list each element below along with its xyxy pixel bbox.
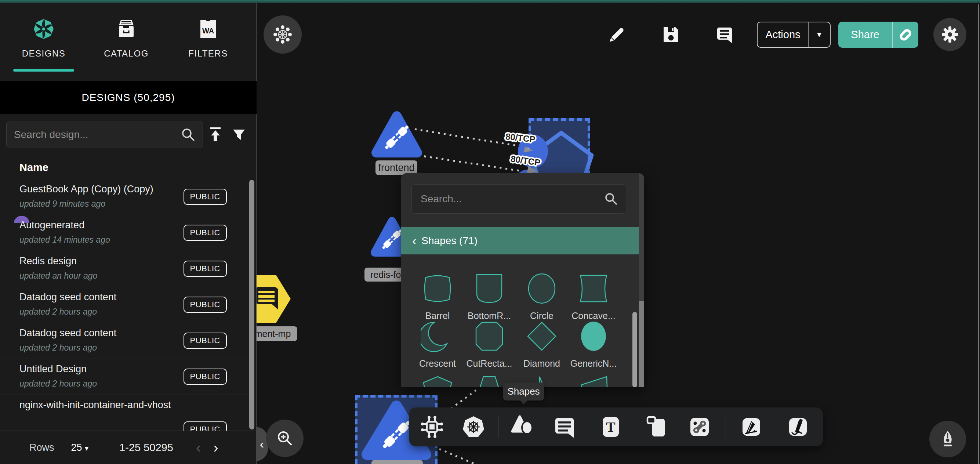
tab-catalog[interactable]: CATALOG — [89, 15, 163, 77]
shapes-category-header[interactable]: ‹ Shapes (71) — [401, 227, 639, 254]
select-caret-icon: ▾ — [85, 444, 89, 452]
design-search-input[interactable] — [6, 129, 181, 140]
meshery-logo-icon — [33, 15, 54, 43]
note-button[interactable] — [643, 413, 670, 440]
barrel-shape-icon — [421, 272, 454, 305]
design-row[interactable]: Redis design updated an hour ago PUBLIC — [0, 251, 248, 287]
freehand-draw-button[interactable] — [784, 413, 811, 440]
filter-designs-button[interactable] — [229, 125, 249, 145]
tab-designs[interactable]: DESIGNS — [7, 15, 80, 77]
share-label[interactable]: Share — [838, 29, 892, 41]
shape-tile-circle[interactable]: Circle — [518, 272, 566, 321]
shape-tile-diamond[interactable]: Diamond — [518, 319, 566, 369]
panel-scrollbar-thumb[interactable] — [639, 301, 644, 387]
actions-split-button[interactable]: Actions ▼ — [757, 22, 830, 48]
components-button[interactable] — [418, 413, 445, 440]
link-button[interactable] — [686, 413, 713, 440]
visibility-badge: PUBLIC — [183, 261, 227, 277]
design-row[interactable]: nginx-with-init-container-and-vhost PUBL… — [0, 395, 248, 431]
design-list: GuestBook App (Copy) (Copy) updated 9 mi… — [0, 179, 248, 431]
design-row[interactable]: Datadog seed content updated 2 hours ago… — [0, 323, 248, 359]
text-icon: T — [600, 416, 622, 438]
pen-mode-button[interactable] — [929, 421, 966, 458]
crescent-shape-icon — [421, 319, 454, 353]
shape-tile-partial[interactable] — [570, 375, 617, 387]
next-page-button[interactable]: › — [213, 440, 218, 455]
shapes-search-input[interactable] — [412, 193, 604, 205]
comments-button[interactable] — [714, 24, 735, 46]
parallelogram-shape-icon — [577, 375, 610, 387]
share-split-button[interactable]: Share — [838, 22, 918, 48]
zoom-in-icon — [275, 428, 295, 448]
genericnode-shape-icon — [577, 319, 610, 353]
bottomround-shape-icon — [473, 272, 506, 305]
node-label-clipped — [371, 460, 423, 464]
comment-icon — [716, 26, 733, 43]
pen-tool-button[interactable] — [738, 413, 765, 440]
trapezoid-shape-icon — [473, 375, 506, 387]
prev-page-button[interactable]: ‹ — [196, 440, 201, 455]
visibility-badge: PUBLIC — [183, 189, 227, 205]
shape-tile-barrel[interactable]: Barrel — [414, 272, 461, 321]
pencil-scribble-icon — [787, 416, 809, 438]
design-row[interactable]: Datadog seed content updated 2 hours ago… — [0, 287, 248, 323]
node-frontend[interactable] — [376, 116, 417, 153]
page-scrollbar[interactable] — [978, 5, 979, 464]
tab-designs-label: DESIGNS — [22, 48, 66, 59]
pagination-range: 1-25 50295 — [119, 442, 173, 454]
sidebar-scrollbar[interactable] — [249, 180, 255, 429]
fountain-pen-icon — [937, 429, 958, 449]
shapes-button[interactable] — [509, 413, 536, 440]
kubernetes-button[interactable] — [460, 413, 487, 440]
design-search[interactable] — [6, 121, 203, 148]
visibility-badge: PUBLIC — [183, 333, 227, 349]
kubernetes-icon — [462, 415, 485, 438]
pentagon-shape-icon — [421, 375, 454, 387]
concave-shape-icon — [577, 272, 610, 305]
settings-button[interactable] — [933, 18, 966, 51]
grid-scrollbar-thumb[interactable] — [632, 312, 637, 387]
edit-design-button[interactable] — [606, 24, 628, 46]
canvas-dock-toolbar: T — [409, 407, 823, 446]
sidebar-title: DESIGNS (50,295) — [0, 81, 256, 114]
cluster-dots-icon — [272, 24, 293, 45]
shapes-category-label: Shapes (71) — [422, 235, 477, 247]
back-chevron-icon: ‹ — [412, 233, 416, 248]
cutrectangle-shape-icon — [473, 319, 506, 353]
comment-icon — [554, 416, 576, 438]
shape-tile-partial[interactable] — [414, 375, 461, 387]
shape-tile-genericnode[interactable]: GenericN... — [570, 319, 617, 369]
designs-sidebar: DESIGNS CATALOG WA FILTERS DESIGNS (50,2… — [0, 0, 256, 464]
shape-tile-concave[interactable]: Concave... — [570, 272, 617, 321]
visibility-badge: PUBLIC — [183, 297, 227, 313]
circle-shape-icon — [525, 272, 558, 305]
text-button[interactable]: T — [597, 413, 624, 440]
upload-icon — [207, 126, 224, 143]
link-icon — [897, 27, 913, 43]
tab-filters[interactable]: WA FILTERS — [172, 15, 245, 77]
actions-label[interactable]: Actions — [757, 29, 808, 41]
save-floppy-icon — [662, 26, 680, 43]
design-row[interactable]: GuestBook App (Copy) (Copy) updated 9 mi… — [0, 179, 248, 215]
shapes-panel: ‹ Shapes (71) Barrel BottomR... Circle C… — [401, 173, 644, 387]
search-icon — [604, 191, 619, 206]
upload-design-button[interactable] — [205, 125, 225, 145]
comment-button[interactable] — [551, 413, 578, 440]
design-row[interactable]: Autogenerated updated 14 minutes ago PUB… — [0, 215, 248, 251]
rows-per-page-select[interactable]: 25 ▾ — [71, 442, 89, 453]
catalog-archive-icon — [116, 15, 136, 43]
visibility-badge: PUBLIC — [183, 421, 227, 431]
design-row[interactable]: Untitled Design updated 2 hours ago PUBL… — [0, 359, 248, 395]
visibility-badge: PUBLIC — [183, 225, 227, 241]
save-design-button[interactable] — [660, 24, 682, 46]
shapes-search[interactable] — [412, 184, 627, 214]
copy-link-button[interactable] — [892, 27, 918, 43]
shape-tile-crescent[interactable]: Crescent — [414, 319, 461, 369]
shape-tile-bottomround[interactable]: BottomR... — [465, 272, 513, 321]
shape-tile-cutrectangle[interactable]: CutRecta... — [465, 319, 513, 369]
svg-text:T: T — [606, 419, 615, 435]
zoom-in-button[interactable] — [266, 419, 304, 457]
node-grouping-button[interactable] — [264, 16, 302, 54]
actions-dropdown-caret[interactable]: ▼ — [808, 30, 830, 39]
column-header-name[interactable]: Name — [19, 161, 48, 174]
